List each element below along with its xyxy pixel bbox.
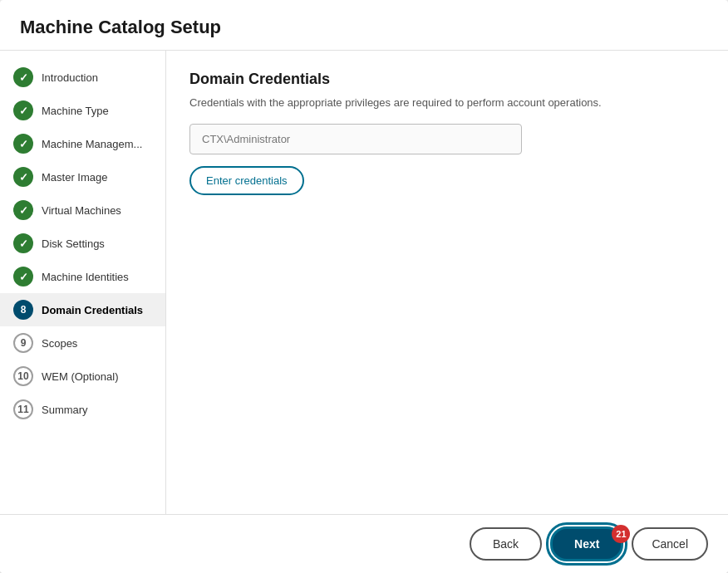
- enter-credentials-button[interactable]: Enter credentials: [189, 166, 304, 195]
- machine-catalog-setup-dialog: Machine Catalog Setup ✓Introduction✓Mach…: [0, 0, 728, 573]
- dialog-title: Machine Catalog Setup: [20, 17, 708, 38]
- check-icon: ✓: [19, 271, 28, 283]
- sidebar-item-label: Disk Settings: [42, 238, 105, 250]
- check-icon: ✓: [19, 138, 28, 150]
- sidebar-item-label: WEM (Optional): [42, 370, 118, 383]
- check-icon: ✓: [19, 204, 28, 217]
- sidebar-item-label: Introduction: [42, 71, 98, 84]
- next-badge: 21: [612, 525, 630, 543]
- sidebar-item-label: Machine Managem...: [42, 138, 142, 150]
- sidebar-item-wem-optional[interactable]: 10WEM (Optional): [0, 360, 165, 393]
- sidebar-item-label: Summary: [42, 404, 88, 416]
- sidebar-item-master-image[interactable]: ✓Master Image: [0, 160, 165, 193]
- main-content: Domain Credentials Credentials with the …: [166, 51, 728, 514]
- sidebar-item-summary[interactable]: 11Summary: [0, 393, 165, 426]
- dialog-footer: Back Next 21 Cancel: [0, 514, 728, 573]
- step-number: 11: [17, 404, 28, 415]
- check-icon: ✓: [19, 105, 28, 117]
- cancel-button[interactable]: Cancel: [632, 527, 708, 561]
- sidebar-item-machine-managem[interactable]: ✓Machine Managem...: [0, 127, 165, 160]
- sidebar-item-virtual-machines[interactable]: ✓Virtual Machines: [0, 193, 165, 227]
- sidebar-item-introduction[interactable]: ✓Introduction: [0, 61, 165, 94]
- sidebar-item-label: Master Image: [42, 171, 107, 184]
- check-icon: ✓: [19, 238, 28, 250]
- dialog-header: Machine Catalog Setup: [0, 0, 728, 51]
- step-number: 10: [17, 370, 28, 382]
- check-icon: ✓: [19, 71, 28, 84]
- sidebar-item-machine-identities[interactable]: ✓Machine Identities: [0, 260, 165, 293]
- sidebar-item-label: Scopes: [42, 337, 77, 350]
- next-button-wrapper: Next 21: [550, 526, 623, 561]
- section-title: Domain Credentials: [189, 71, 705, 88]
- check-icon: ✓: [19, 171, 28, 184]
- sidebar-item-label: Machine Identities: [42, 271, 129, 283]
- sidebar: ✓Introduction✓Machine Type✓Machine Manag…: [0, 51, 166, 514]
- step-number: 9: [21, 337, 27, 349]
- sidebar-item-label: Machine Type: [42, 105, 109, 117]
- sidebar-item-domain-credentials[interactable]: 8Domain Credentials: [0, 293, 165, 326]
- back-button[interactable]: Back: [470, 527, 542, 561]
- section-desc: Credentials with the appropriate privile…: [189, 96, 705, 109]
- credentials-input[interactable]: [189, 124, 522, 154]
- sidebar-item-label: Virtual Machines: [42, 204, 121, 217]
- sidebar-item-machine-type[interactable]: ✓Machine Type: [0, 94, 165, 127]
- sidebar-item-label: Domain Credentials: [42, 304, 143, 316]
- sidebar-item-scopes[interactable]: 9Scopes: [0, 326, 165, 360]
- step-number: 8: [21, 304, 27, 316]
- sidebar-item-disk-settings[interactable]: ✓Disk Settings: [0, 227, 165, 260]
- dialog-body: ✓Introduction✓Machine Type✓Machine Manag…: [0, 51, 728, 514]
